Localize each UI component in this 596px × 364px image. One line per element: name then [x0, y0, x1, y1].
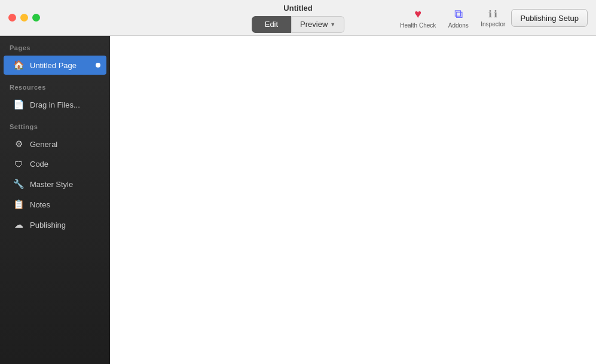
content-area [110, 36, 596, 364]
sidebar-item-publishing[interactable]: ☁ Publishing [4, 215, 106, 234]
file-icon: 📄 [13, 99, 24, 110]
sidebar-code-label: Code [30, 160, 48, 169]
settings-section-label: Settings [0, 115, 110, 134]
sidebar-master-style-label: Master Style [30, 180, 73, 189]
sidebar-item-general[interactable]: ⚙ General [4, 134, 106, 154]
sidebar-item-drag-files[interactable]: 📄 Drag in Files... [4, 95, 106, 114]
edit-preview-group: Edit Preview ▼ [252, 3, 345, 33]
info-icon-1: ℹ [488, 8, 492, 20]
sidebar-item-notes[interactable]: 📋 Notes [4, 195, 106, 214]
pages-section-label: Pages [0, 36, 110, 55]
maximize-button[interactable] [32, 14, 40, 22]
sidebar-item-master-style[interactable]: 🔧 Master Style [4, 175, 106, 194]
sidebar-general-label: General [30, 140, 57, 149]
sidebar-page-label: Untitled Page [30, 61, 77, 70]
puzzle-icon: ⧉ [454, 7, 463, 21]
minimize-button[interactable] [20, 14, 28, 22]
chevron-down-icon: ▼ [330, 22, 335, 27]
addons-button[interactable]: ⧉ Addons [442, 0, 475, 36]
sidebar-item-code[interactable]: 🛡 Code [4, 155, 106, 173]
inspector-button[interactable]: ℹ ℹ Inspector [475, 0, 511, 36]
heart-icon: ♥ [414, 7, 421, 21]
info-icon-2: ℹ [494, 8, 497, 20]
sidebar-notes-label: Notes [30, 200, 50, 209]
title-bar: Untitled Edit Preview ▼ ♥ Health Check ⧉… [0, 0, 596, 36]
notes-icon: 📋 [13, 199, 24, 210]
close-button[interactable] [8, 14, 16, 22]
addons-label: Addons [448, 22, 469, 29]
sidebar-drag-files-label: Drag in Files... [30, 100, 80, 109]
page-icon: 🏠 [13, 60, 24, 71]
publishing-setup-button[interactable]: Publishing Setup [511, 9, 588, 27]
code-icon: 🛡 [13, 159, 24, 169]
health-check-button[interactable]: ♥ Health Check [394, 0, 442, 36]
gear-icon: ⚙ [13, 139, 24, 149]
main-layout: Pages 🏠 Untitled Page Resources 📄 Drag i… [0, 36, 596, 364]
window-controls [0, 14, 48, 22]
health-check-label: Health Check [400, 22, 436, 29]
sidebar-publishing-label: Publishing [30, 221, 66, 230]
sidebar-item-untitled-page[interactable]: 🏠 Untitled Page [4, 56, 106, 75]
wrench-icon: 🔧 [13, 179, 24, 189]
toolbar-right: ♥ Health Check ⧉ Addons ℹ ℹ Inspector Pu… [394, 0, 596, 36]
inspector-label: Inspector [481, 21, 505, 27]
preview-button[interactable]: Preview ▼ [291, 16, 344, 33]
active-indicator [96, 63, 100, 68]
sidebar: Pages 🏠 Untitled Page Resources 📄 Drag i… [0, 36, 110, 364]
cloud-icon: ☁ [13, 219, 24, 230]
resources-section-label: Resources [0, 75, 110, 94]
edit-button[interactable]: Edit [252, 16, 291, 33]
